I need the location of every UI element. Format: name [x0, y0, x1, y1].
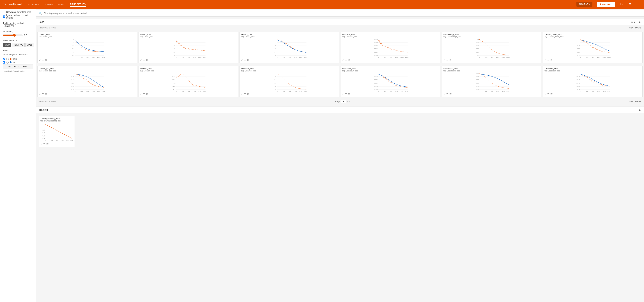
menu-icon[interactable]: ☰: [43, 143, 45, 145]
menu-icon[interactable]: ☰: [446, 93, 448, 96]
image-icon[interactable]: 🖼: [45, 59, 47, 61]
chart-loss-sdur-svg: 1.5e-3 2.5e-3 3.5e-3 4.5e-3 5.5e-3 0 40k…: [544, 73, 641, 92]
training-collapse-icon[interactable]: ▲: [638, 108, 641, 111]
svg-text:40k: 40k: [485, 91, 488, 92]
svg-text:1.1: 1.1: [72, 48, 74, 50]
menu-icon[interactable]: ☰: [547, 59, 549, 61]
menu-icon[interactable]: ☰: [345, 93, 347, 96]
axis-relative-button[interactable]: RELATIVE: [12, 43, 24, 47]
expand-icon[interactable]: ⤢: [241, 59, 243, 61]
chart-loss-f0-std: Loss/f0_std_loss tag: Loss/f0_std_loss 0…: [38, 66, 137, 97]
image-icon[interactable]: 🖼: [247, 59, 249, 61]
expand-icon[interactable]: ⤢: [444, 59, 445, 61]
expand-icon[interactable]: ⤢: [39, 59, 41, 61]
menu-icon[interactable]: ☰: [244, 59, 246, 61]
run-train-checkbox[interactable]: [3, 58, 5, 60]
expand-icon[interactable]: ⤢: [140, 93, 142, 96]
image-icon[interactable]: 🖼: [550, 93, 552, 96]
nav-audio[interactable]: AUDIO: [58, 2, 66, 7]
nav-time-series[interactable]: TIME SERIES: [70, 2, 86, 7]
expand-icon[interactable]: ⤢: [444, 93, 445, 96]
svg-text:0: 0: [74, 56, 76, 58]
image-icon[interactable]: 🖼: [348, 59, 350, 61]
upload-button[interactable]: ⬆ UPLOAD: [597, 2, 615, 7]
show-download-checkbox[interactable]: [3, 11, 5, 13]
expand-icon[interactable]: ⤢: [544, 59, 546, 61]
training-section-header[interactable]: Training ▲: [36, 106, 644, 113]
runs-filter-input[interactable]: [3, 53, 33, 56]
inactive-button[interactable]: INACTIVE ▾: [576, 2, 592, 7]
menu-icon[interactable]: ☰: [446, 59, 448, 61]
loss-section-header[interactable]: Loss 15 ▲ ▲: [36, 19, 644, 25]
expand-icon[interactable]: ⤢: [39, 93, 41, 96]
expand-icon[interactable]: ⤢: [342, 59, 344, 61]
svg-text:80k: 80k: [188, 91, 190, 92]
menu-icon[interactable]: ☰: [42, 93, 44, 96]
svg-text:0.095: 0.095: [374, 79, 378, 81]
chart-lr-actions: ⤢ ☰ 🖼: [40, 143, 73, 145]
menu-icon[interactable]: ☰: [143, 59, 145, 61]
run-val-radio[interactable]: [6, 61, 8, 64]
menu-icon[interactable]: ☰: [345, 59, 347, 61]
svg-text:0.02: 0.02: [577, 55, 580, 56]
svg-text:0.65: 0.65: [274, 55, 276, 56]
nav-images[interactable]: IMAGES: [44, 2, 54, 7]
image-icon[interactable]: 🖼: [146, 93, 148, 96]
chart-loss-sdur-tag: tag: Loss/sdur_loss: [544, 70, 641, 72]
svg-text:200k: 200k: [506, 91, 510, 92]
expand-icon[interactable]: ⤢: [40, 143, 42, 145]
ignore-outliers-checkbox[interactable]: [3, 16, 5, 18]
image-icon[interactable]: 🖼: [450, 93, 452, 96]
image-icon[interactable]: 🖼: [247, 93, 249, 96]
chart-lr-title: Training/learning_rate: [40, 117, 73, 120]
svg-text:200k: 200k: [304, 56, 308, 58]
page-number-input[interactable]: [341, 100, 346, 103]
loss-next-page-bottom[interactable]: NEXT PAGE: [629, 100, 641, 103]
smoothing-slider[interactable]: [3, 34, 23, 37]
image-icon[interactable]: 🖼: [146, 59, 148, 61]
nav-scalars[interactable]: SCALARS: [28, 2, 40, 7]
svg-rect-137: [277, 73, 306, 90]
svg-text:80k: 80k: [491, 56, 494, 58]
expand-icon[interactable]: ⤢: [342, 93, 344, 96]
svg-text:3.5e-3: 3.5e-3: [576, 82, 580, 84]
menu-icon[interactable]: ☰: [42, 59, 44, 61]
loss-collapse-icon[interactable]: ▲: [638, 20, 641, 24]
loss-section-title: Loss: [39, 21, 44, 23]
image-icon[interactable]: 🖼: [550, 59, 552, 61]
image-icon[interactable]: 🖼: [348, 93, 350, 96]
chart-loss-energy-tag: tag: Loss/energy_loss: [444, 36, 540, 38]
svg-text:0.60: 0.60: [476, 82, 479, 84]
svg-text:0.01: 0.01: [172, 82, 176, 84]
image-icon[interactable]: 🖼: [45, 93, 47, 96]
expand-icon[interactable]: ⤢: [140, 59, 142, 61]
filter-input[interactable]: [44, 12, 641, 15]
svg-text:6e-5: 6e-5: [42, 138, 45, 140]
axis-step-button[interactable]: STEP: [3, 43, 11, 47]
chart-loss-g: Loss/G_loss tag: Loss/G_loss 0.65 0.75 0…: [240, 32, 339, 63]
svg-text:160k: 160k: [502, 91, 505, 92]
ignore-outliers-checkbox-row[interactable]: Ignore outliers in chart scaling: [3, 14, 33, 19]
menu-icon[interactable]: ☰: [143, 93, 145, 96]
more-options-button[interactable]: ⋮: [636, 2, 641, 7]
svg-rect-189: [580, 73, 610, 90]
tooltip-sorting-select[interactable]: default: [4, 25, 14, 27]
menu-icon[interactable]: ☰: [244, 93, 246, 96]
svg-text:120k: 120k: [395, 56, 398, 58]
settings-button[interactable]: ⚙: [628, 2, 632, 7]
toggle-all-runs-button[interactable]: TOGGLE ALL RUNS: [3, 64, 33, 69]
expand-icon[interactable]: ⤢: [544, 93, 546, 96]
axis-wall-button[interactable]: WALL: [25, 43, 34, 47]
chart-loss-fm: Loss/fm_loss tag: Loss/fm_loss 2e-3 6e-3…: [138, 66, 238, 97]
chart-loss-c-title: Loss/C_loss: [39, 33, 136, 36]
refresh-button[interactable]: ↻: [620, 2, 624, 7]
image-icon[interactable]: 🖼: [46, 143, 48, 145]
expand-icon[interactable]: ⤢: [241, 93, 243, 96]
run-train-radio[interactable]: [6, 58, 8, 60]
loss-next-page-top[interactable]: NEXT PAGE: [629, 27, 641, 29]
show-download-checkbox-row[interactable]: Show data download links: [3, 11, 33, 13]
menu-icon[interactable]: ☰: [547, 93, 549, 96]
svg-text:4.5e-3: 4.5e-3: [576, 79, 580, 81]
image-icon[interactable]: 🖼: [450, 59, 452, 61]
run-val-checkbox[interactable]: [3, 61, 5, 64]
